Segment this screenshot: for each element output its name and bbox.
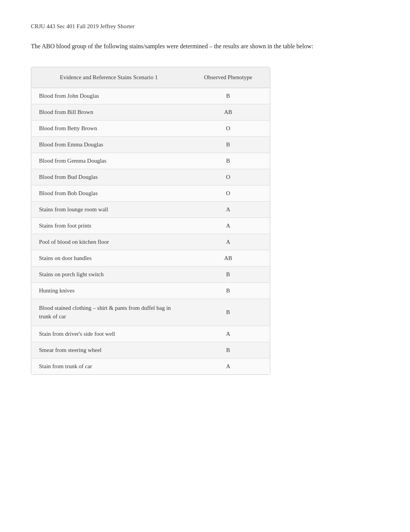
phenotype-cell: B [186, 153, 270, 169]
phenotype-cell: AB [186, 104, 270, 120]
table-row: Blood from John DouglasB [31, 88, 270, 104]
table-row: Blood from Bud DouglasO [31, 169, 270, 185]
phenotype-cell: O [186, 185, 270, 201]
stain-cell: Blood from Bud Douglas [31, 169, 186, 185]
stain-cell: Stains from lounge room wall [31, 201, 186, 218]
table-row: Stain from driver's side foot wellA [31, 326, 270, 342]
table-row: Stains on door handlesAB [31, 250, 270, 266]
stain-cell: Blood stained clothing – shirt & pants f… [31, 299, 186, 326]
phenotype-cell: B [186, 282, 270, 299]
stain-cell: Stain from driver's side foot well [31, 326, 186, 342]
col2-header: Observed Phenotype [186, 67, 270, 88]
table-row: Pool of blood on kitchen floorA [31, 234, 270, 250]
header-text: CRJU 443 Sec 401 Fall 2019 Jeffrey Short… [31, 23, 379, 30]
stain-cell: Blood from Bill Brown [31, 104, 186, 120]
table-header-row: Evidence and Reference Stains Scenario 1… [31, 67, 270, 88]
table-row: Blood from Betty BrownO [31, 120, 270, 136]
stain-cell: Blood from Bob Douglas [31, 185, 186, 201]
phenotype-cell: O [186, 120, 270, 136]
evidence-table-wrapper: Evidence and Reference Stains Scenario 1… [31, 67, 270, 375]
intro-section: The ABO blood group of the following sta… [31, 41, 379, 51]
header: CRJU 443 Sec 401 Fall 2019 Jeffrey Short… [31, 23, 379, 30]
table-row: Blood from Bob DouglasO [31, 185, 270, 201]
phenotype-cell: A [186, 326, 270, 342]
evidence-table: Evidence and Reference Stains Scenario 1… [31, 67, 270, 374]
phenotype-cell: O [186, 169, 270, 185]
phenotype-cell: B [186, 136, 270, 153]
phenotype-cell: A [186, 234, 270, 250]
table-row: Stains on porch light switchB [31, 266, 270, 282]
stain-cell: Smear from steering wheel [31, 342, 186, 358]
stain-cell: Stains on porch light switch [31, 266, 186, 282]
table-row: Stains from foot printsA [31, 218, 270, 234]
intro-text: The ABO blood group of the following sta… [31, 41, 320, 51]
stain-cell: Hunting knives [31, 282, 186, 299]
stain-cell: Blood from Emma Douglas [31, 136, 186, 153]
stain-cell: Blood from John Douglas [31, 88, 186, 104]
stain-cell: Stain from trunk of car [31, 358, 186, 374]
table-row: Blood from Emma DouglasB [31, 136, 270, 153]
stain-cell: Blood from Betty Brown [31, 120, 186, 136]
phenotype-cell: B [186, 299, 270, 326]
table-row: Blood stained clothing – shirt & pants f… [31, 299, 270, 326]
table-row: Stain from trunk of carA [31, 358, 270, 374]
phenotype-cell: B [186, 88, 270, 104]
phenotype-cell: A [186, 358, 270, 374]
phenotype-cell: B [186, 342, 270, 358]
col1-header: Evidence and Reference Stains Scenario 1 [31, 67, 186, 88]
stain-cell: Stains on door handles [31, 250, 186, 266]
phenotype-cell: A [186, 201, 270, 218]
stain-cell: Blood from Gemma Douglas [31, 153, 186, 169]
table-row: Smear from steering wheelB [31, 342, 270, 358]
phenotype-cell: AB [186, 250, 270, 266]
table-row: Hunting knivesB [31, 282, 270, 299]
stain-cell: Stains from foot prints [31, 218, 186, 234]
stain-cell: Pool of blood on kitchen floor [31, 234, 186, 250]
table-row: Blood from Bill BrownAB [31, 104, 270, 120]
table-row: Stains from lounge room wallA [31, 201, 270, 218]
phenotype-cell: B [186, 266, 270, 282]
phenotype-cell: A [186, 218, 270, 234]
table-row: Blood from Gemma DouglasB [31, 153, 270, 169]
